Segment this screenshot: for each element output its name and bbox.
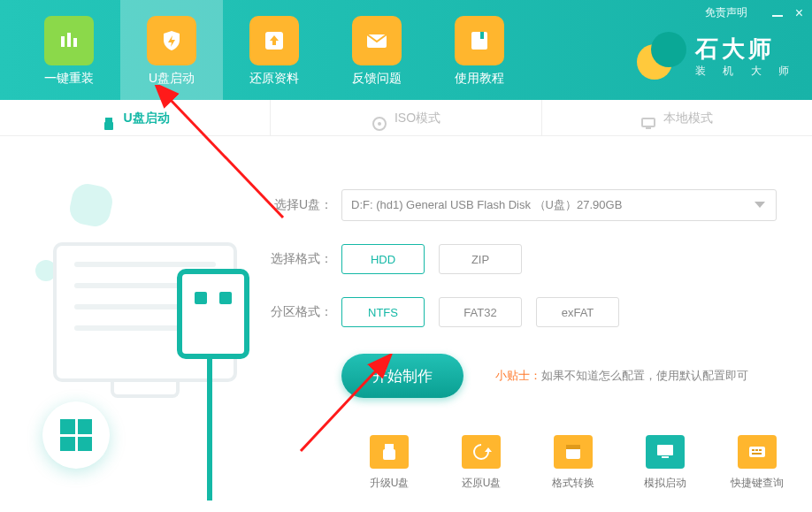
tool-label: 快捷键查询 [725, 476, 789, 491]
subtab-iso[interactable]: ISO模式 [271, 100, 541, 135]
subtab-label: 本地模式 [663, 100, 713, 135]
tip-tag: 小贴士： [495, 369, 541, 382]
svg-rect-21 [755, 449, 758, 451]
partition-format-option-fat32[interactable]: FAT32 [439, 297, 522, 327]
nav-usb-boot[interactable]: U盘启动 [120, 0, 223, 100]
tool-icon [554, 435, 593, 469]
disk-select[interactable]: D:F: (hd1) General USB Flash Disk （U盘）27… [341, 189, 777, 221]
svg-rect-17 [657, 445, 673, 455]
tool-label: 格式转换 [541, 476, 605, 491]
svg-rect-6 [480, 32, 484, 39]
close-button[interactable]: × [795, 8, 803, 19]
minimize-button[interactable] [760, 7, 783, 19]
nav-label: 使用教程 [428, 71, 531, 87]
tool-2[interactable]: 格式转换 [541, 435, 605, 491]
svg-rect-2 [73, 38, 77, 47]
disk-label: 选择U盘： [265, 197, 333, 213]
tool-1[interactable]: 还原U盘 [449, 435, 513, 491]
chevron-down-icon [755, 202, 765, 208]
svg-rect-20 [752, 449, 755, 451]
nav-tutorial[interactable]: 使用教程 [428, 0, 531, 100]
svg-rect-7 [105, 118, 112, 122]
tip-text: 小贴士：如果不知道怎么配置，使用默认配置即可 [495, 368, 748, 384]
partition-format-label: 分区格式： [265, 304, 333, 320]
tool-label: 升级U盘 [357, 476, 421, 491]
boot-format-option-zip[interactable]: ZIP [439, 244, 522, 274]
windows-badge-icon [42, 401, 110, 469]
brand-tagline: 装 机 大 师 [695, 65, 796, 77]
disk-select-value: D:F: (hd1) General USB Flash Disk （U盘）27… [351, 197, 622, 213]
boot-format-option-hdd[interactable]: HDD [341, 244, 425, 274]
brand-name: 石大师 [695, 36, 796, 62]
illustration [0, 136, 265, 512]
svg-rect-11 [642, 118, 655, 126]
shield-bolt-icon [147, 16, 196, 65]
nav-label: U盘启动 [120, 71, 223, 87]
tool-icon [646, 435, 685, 469]
tool-3[interactable]: 模拟启动 [633, 435, 697, 491]
tool-icon [370, 435, 409, 469]
svg-rect-0 [61, 36, 65, 47]
upload-box-icon [249, 16, 299, 65]
start-create-button[interactable]: 开始制作 [341, 354, 463, 398]
svg-rect-23 [752, 453, 762, 455]
tool-0[interactable]: 升级U盘 [357, 435, 421, 491]
brand-logo: 石大师 装 机 大 师 [637, 32, 796, 81]
partition-format-option-ntfs[interactable]: NTFS [341, 297, 425, 327]
mail-icon [352, 16, 402, 65]
svg-rect-18 [662, 456, 669, 458]
book-icon [455, 16, 504, 65]
iso-icon [372, 110, 387, 126]
tool-label: 模拟启动 [633, 476, 697, 491]
svg-rect-16 [566, 445, 580, 449]
bars-icon [44, 16, 94, 65]
partition-format-option-exfat[interactable]: exFAT [536, 297, 619, 327]
subtab-local[interactable]: 本地模式 [542, 100, 812, 135]
nav-label: 一键重装 [18, 71, 120, 87]
monitor-icon [640, 110, 656, 126]
disclaimer-link[interactable]: 免责声明 [705, 5, 747, 20]
logo-mark-icon [637, 32, 686, 81]
subtab-label: ISO模式 [395, 100, 440, 135]
tool-icon [738, 435, 777, 469]
subtab-usb-boot[interactable]: U盘启动 [0, 100, 271, 135]
svg-rect-14 [383, 449, 395, 460]
svg-rect-8 [104, 122, 113, 130]
svg-rect-22 [759, 449, 762, 451]
svg-rect-1 [67, 33, 71, 47]
nav-reinstall[interactable]: 一键重装 [18, 0, 120, 100]
nav-restore[interactable]: 还原资料 [223, 0, 326, 100]
nav-feedback[interactable]: 反馈问题 [326, 0, 428, 100]
tool-label: 还原U盘 [449, 476, 513, 491]
tool-icon [462, 435, 501, 469]
svg-rect-5 [471, 32, 487, 50]
svg-point-10 [378, 122, 381, 126]
nav-label: 反馈问题 [326, 71, 428, 87]
subtab-label: U盘启动 [124, 100, 170, 135]
usb-icon [101, 110, 117, 126]
boot-format-label: 选择格式： [265, 251, 333, 267]
tool-4[interactable]: 快捷键查询 [725, 435, 789, 491]
svg-rect-13 [385, 444, 394, 449]
svg-rect-12 [646, 127, 651, 129]
nav-label: 还原资料 [223, 71, 326, 87]
svg-rect-19 [749, 447, 765, 457]
